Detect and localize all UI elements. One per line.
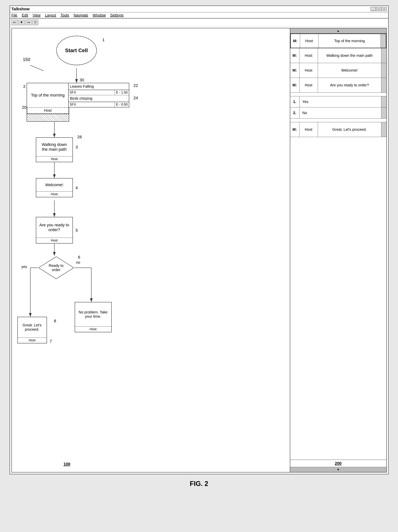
label-8: 8 xyxy=(54,319,56,323)
menu-file[interactable]: File xyxy=(12,13,17,17)
node7-box[interactable]: Great. Let's proceed. Host xyxy=(17,317,47,343)
script-scrollbar-2 xyxy=(381,48,386,63)
menu-settings[interactable]: Settings xyxy=(110,13,123,17)
main-window: Talkshow _ □ × File Edit View Layout Too… xyxy=(10,6,389,474)
node8-speaker: Host xyxy=(75,326,111,332)
node3-speaker: Host xyxy=(36,156,72,162)
window-title: Talkshow xyxy=(12,7,30,12)
label-5: 5 xyxy=(76,228,78,233)
choice-scrollbar-2 xyxy=(381,108,386,118)
menu-tools[interactable]: Tools xyxy=(60,13,69,17)
svg-marker-12 xyxy=(39,257,74,279)
back-dropdown[interactable]: ▼ xyxy=(18,20,25,25)
choice-text-1: Yes xyxy=(299,96,381,107)
start-cell-label: Start Cell xyxy=(65,48,88,53)
menu-edit[interactable]: Edit xyxy=(22,13,28,17)
node7-speaker: Host xyxy=(18,337,47,343)
diamond-svg xyxy=(38,256,75,280)
label-26: 26 xyxy=(77,135,82,139)
choice-row-2[interactable]: 2. No xyxy=(290,108,386,119)
label-6: 6 xyxy=(78,255,80,260)
script-text-after: Great. Let's proceed. xyxy=(318,122,381,137)
node8-text: No problem. Take your time. xyxy=(75,302,111,326)
menu-bar: File Edit View Layout Tools Navigate Win… xyxy=(10,13,388,19)
script-type-1: M: xyxy=(291,34,300,48)
label-4: 4 xyxy=(76,185,78,190)
label-1: 1 xyxy=(102,38,105,42)
window-controls: _ □ × xyxy=(370,7,387,11)
label-22: 22 xyxy=(133,83,138,88)
label-150: 150 xyxy=(23,57,30,62)
label-3: 3 xyxy=(76,145,78,150)
svg-line-10 xyxy=(30,65,52,71)
node8-box[interactable]: No problem. Take your time. Host xyxy=(75,302,112,332)
script-type-4: M: xyxy=(290,78,299,92)
back-button[interactable]: ⇐ xyxy=(12,19,18,25)
script-scrollbar-1 xyxy=(381,34,386,48)
yes-label: yes xyxy=(21,265,27,269)
sfx1-val: E - 1.50 xyxy=(115,90,129,95)
menu-view[interactable]: View xyxy=(32,13,40,17)
content-area: 150 Start Cell 1 20 xyxy=(12,28,387,472)
script-type-after: M: xyxy=(290,122,299,137)
script-top-arrow[interactable]: ▲ xyxy=(290,28,386,33)
sfx1-label: SFX xyxy=(69,90,115,95)
forward-button[interactable]: ⇒ xyxy=(25,19,32,25)
script-text-4: Are you ready to order? xyxy=(318,78,381,92)
node4-text: Welcome! xyxy=(36,178,72,191)
label-7: 7 xyxy=(50,339,52,344)
label-20: 20 xyxy=(22,105,26,110)
script-row-3[interactable]: M: Host Welcome! xyxy=(290,63,386,78)
fig-caption: FIG. 2 xyxy=(190,480,208,488)
script-row-2[interactable]: M: Host Walking down the main path xyxy=(290,48,386,63)
spacer xyxy=(290,93,386,96)
diamond-container: Ready to order xyxy=(38,256,75,280)
script-text-2: Walking down the main path xyxy=(318,48,381,63)
script-text-1: Top of the morning xyxy=(318,34,381,48)
script-row-4[interactable]: M: Host Are you ready to order? xyxy=(290,78,386,93)
node4-box[interactable]: Welcome! Host xyxy=(36,178,73,197)
node5-text: Are you ready to order? xyxy=(36,217,72,238)
forward-dropdown[interactable]: ▽ xyxy=(32,19,38,25)
script-speaker-2: Host xyxy=(299,48,318,63)
script-row-1[interactable]: M: Host Top of the morning xyxy=(290,33,386,48)
node5-box[interactable]: Are you ready to order? Host xyxy=(36,217,73,244)
node4-speaker: Host xyxy=(36,191,72,197)
choice-num-2: 2. xyxy=(290,108,299,118)
script-speaker-after: Host xyxy=(299,122,318,137)
label-150-arrow xyxy=(30,60,56,71)
menu-navigate[interactable]: Navigate xyxy=(74,13,88,17)
script-panel: ▲ M: Host Top of the morning M: xyxy=(290,28,386,472)
script-bottom-arrow[interactable]: ▼ xyxy=(290,467,386,472)
script-speaker-1: Host xyxy=(300,34,318,48)
sfx2-row: SFX E - 0.50 xyxy=(69,102,129,107)
no-label: no xyxy=(76,260,80,265)
node2-box[interactable]: Top of the morning Host xyxy=(27,83,69,114)
node3-box[interactable]: Walking down the main path Host xyxy=(36,137,73,162)
choice-row-1[interactable]: 1. Yes xyxy=(290,96,386,108)
label-24: 24 xyxy=(133,95,138,100)
script-text-3: Welcome! xyxy=(318,63,381,78)
script-scrollbar-3 xyxy=(381,63,386,78)
node5-speaker: Host xyxy=(36,238,72,243)
sfx2-val: E - 0.50 xyxy=(115,102,129,107)
sfx1-row: SFX E - 1.50 xyxy=(69,90,129,95)
close-button[interactable]: × xyxy=(382,7,387,11)
label-30: 30 xyxy=(80,78,84,82)
sfx2-label: SFX xyxy=(69,102,115,107)
restore-button[interactable]: □ xyxy=(376,7,381,11)
choice-num-1: 1. xyxy=(290,96,299,107)
spacer2 xyxy=(290,119,386,122)
toolbar: ⇐ ▼ ⇒ ▽ xyxy=(10,19,388,26)
minimize-button[interactable]: _ xyxy=(370,7,376,11)
script-row-after[interactable]: M: Host Great. Let's proceed. xyxy=(290,122,386,137)
sfx1-title: Leaves Falling xyxy=(69,83,129,90)
menu-window[interactable]: Window xyxy=(93,13,106,17)
title-bar: Talkshow _ □ × xyxy=(10,6,388,13)
start-cell: Start Cell xyxy=(56,36,97,65)
menu-layout[interactable]: Layout xyxy=(45,13,56,17)
sfx-box: 30 22 Leaves Falling SFX E - 1.50 Birds … xyxy=(68,83,129,108)
panel-label-200: 200 xyxy=(290,460,386,467)
diagram-panel: 150 Start Cell 1 20 xyxy=(12,28,290,472)
panel-label-100: 100 xyxy=(63,462,70,467)
